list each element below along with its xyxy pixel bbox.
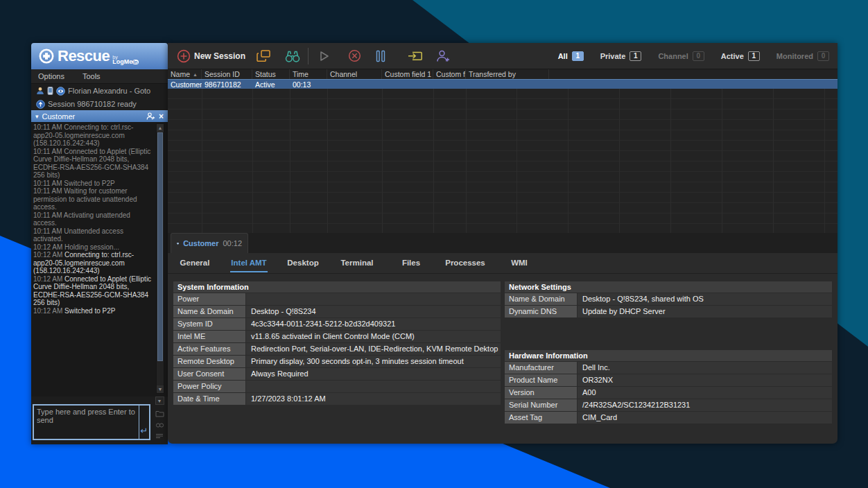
hardware-information-table: Hardware Information ManufacturerDell In…	[505, 350, 832, 424]
selected-session-row[interactable]: Customer 986710182 Active 00:13	[168, 79, 837, 89]
start-session-button[interactable]	[315, 48, 332, 64]
info-row: System ID4c3c3344-0011-2341-5212-b2d32d4…	[173, 318, 501, 331]
send-button[interactable]: ↵	[139, 406, 149, 439]
tab-processes[interactable]: Processes	[438, 253, 492, 274]
filter-tab-active[interactable]: Active1	[721, 51, 760, 61]
info-label: Product Name	[505, 374, 578, 386]
info-row: Remote DesktopPrimary display, 300 secon…	[173, 356, 501, 368]
chat-input-box[interactable]: ↵	[33, 404, 150, 440]
info-value: A00	[578, 387, 832, 399]
chat-scrollbar[interactable]: ▲ ▼	[156, 123, 164, 394]
filter-count-badge: 1	[748, 51, 760, 61]
info-value: Desktop - Q!8S234, shared with OS	[578, 293, 832, 305]
chat-input[interactable]	[34, 406, 139, 439]
new-session-button[interactable]: New Session	[176, 49, 255, 64]
technician-sidebar: Rescue by LogMeIn Options Tools Florian …	[31, 43, 168, 444]
connect-computers-button[interactable]	[255, 48, 272, 64]
info-label: Name & Domain	[505, 293, 578, 305]
menu-options[interactable]: Options	[38, 72, 64, 80]
info-label: System ID	[173, 318, 246, 330]
scrollbar-thumb[interactable]	[157, 132, 163, 361]
scroll-down-button[interactable]: ▼	[155, 397, 164, 405]
info-label: Version	[505, 387, 578, 399]
chat-message: 10:11 AM Waiting for customer permission…	[33, 187, 153, 211]
grid-line	[722, 89, 722, 233]
notes-icon[interactable]	[155, 433, 164, 439]
hold-session-button[interactable]	[372, 48, 389, 64]
tab-terminal[interactable]: Terminal	[330, 253, 384, 274]
info-label: Serial Number	[505, 399, 578, 411]
info-row: Name & DomainDesktop - Q!8S234	[173, 306, 501, 318]
transfer-session-button[interactable]	[407, 48, 424, 64]
chat-message: 10:12 AM Holding session...	[33, 243, 153, 252]
column-header[interactable]: Status	[252, 69, 290, 79]
info-label: Power	[173, 293, 246, 305]
tab-files[interactable]: Files	[384, 253, 438, 274]
chat-message: 10:11 AM Connected to Applet (Elliptic C…	[33, 148, 153, 180]
session-id-cell: 986710182	[202, 80, 252, 89]
tab-desktop[interactable]: Desktop	[276, 253, 330, 274]
info-row: Date & Time1/27/2023 8:01:12 AM	[173, 393, 501, 406]
grid-line	[202, 89, 202, 233]
session-table-header: Name▲Session IDStatusTimeChannelCustom f…	[168, 69, 837, 79]
info-row: Power	[173, 293, 501, 306]
grid-line	[327, 89, 328, 233]
tab-wmi[interactable]: WMI	[492, 253, 546, 274]
toolbar-separator	[308, 48, 309, 64]
filter-tab-monitored[interactable]: Monitored0	[776, 51, 829, 61]
enter-icon: ↵	[141, 426, 148, 436]
filter-tab-all[interactable]: All1	[558, 51, 584, 61]
filter-count-badge: 0	[817, 51, 829, 61]
invite-technician-button[interactable]	[435, 48, 451, 64]
column-header[interactable]: Channel	[327, 69, 382, 79]
tab-intel-amt[interactable]: Intel AMT	[222, 253, 276, 274]
link-icon[interactable]	[155, 422, 164, 428]
info-value: 1/27/2023 8:01:12 AM	[246, 393, 501, 405]
transfer-icon	[407, 49, 424, 63]
filter-tab-private[interactable]: Private1	[600, 51, 642, 61]
technician-row: Florian Alexandru - Goto	[31, 84, 168, 98]
info-label: Remote Desktop	[173, 356, 246, 367]
session-grid	[168, 89, 837, 233]
computer-icon	[177, 239, 179, 248]
grid-line	[824, 89, 825, 233]
info-row: Asset TagCIM_Card	[505, 412, 832, 424]
tab-general[interactable]: General	[168, 253, 222, 274]
info-label: Name & Domain	[173, 306, 246, 317]
info-label: Date & Time	[173, 393, 246, 405]
column-header[interactable]: Custom fiel	[433, 69, 466, 79]
customer-session-tab[interactable]: Customer 00:12	[171, 233, 248, 253]
info-label: User Consent	[173, 368, 246, 380]
scroll-down-icon[interactable]: ▼	[157, 385, 164, 393]
column-header[interactable]: Time	[290, 69, 327, 79]
close-icon[interactable]: ×	[159, 112, 164, 121]
intel-amt-content: System Information PowerName & DomainDes…	[168, 274, 837, 488]
end-session-button[interactable]	[346, 48, 363, 64]
customer-panel-header[interactable]: ▾ Customer ×	[31, 110, 168, 122]
chat-message: 10:11 AM Activating unattended access.	[33, 211, 153, 227]
filter-tab-channel[interactable]: Channel0	[658, 51, 704, 61]
folder-icon[interactable]	[155, 410, 164, 417]
menu-tools[interactable]: Tools	[83, 72, 101, 80]
column-header[interactable]: Session ID	[202, 69, 252, 79]
info-row: Power Policy	[173, 381, 501, 393]
column-header[interactable]: Custom field 1	[382, 69, 433, 79]
column-header[interactable]: Name▲	[168, 69, 202, 79]
grid-line	[433, 89, 434, 233]
monitor-sessions-button[interactable]	[284, 48, 301, 64]
invite-person-icon[interactable]	[146, 112, 155, 120]
info-value: Primary display, 300 seconds opt-in, 3 m…	[246, 356, 501, 367]
column-header[interactable]: Transferred by	[466, 69, 549, 79]
scroll-up-icon[interactable]: ▲	[157, 124, 164, 132]
session-time-cell: 00:13	[290, 80, 327, 89]
info-value: Dell Inc.	[578, 362, 832, 374]
phone-icon	[47, 87, 53, 95]
session-filter-tabs: All1Private1Channel0Active1Monitored0	[558, 51, 832, 61]
session-tab-label: Customer	[183, 239, 218, 247]
content-tabs: GeneralIntel AMTDesktopTerminalFilesProc…	[168, 253, 837, 274]
toolbar: New Session	[168, 43, 837, 69]
info-value: v11.8.65 activated in Client Control Mod…	[246, 331, 501, 342]
info-value	[246, 381, 501, 392]
technician-icon	[36, 87, 44, 95]
chat-message: 10:11 AM Connecting to: ctrl.rsc-app20-0…	[33, 123, 153, 148]
